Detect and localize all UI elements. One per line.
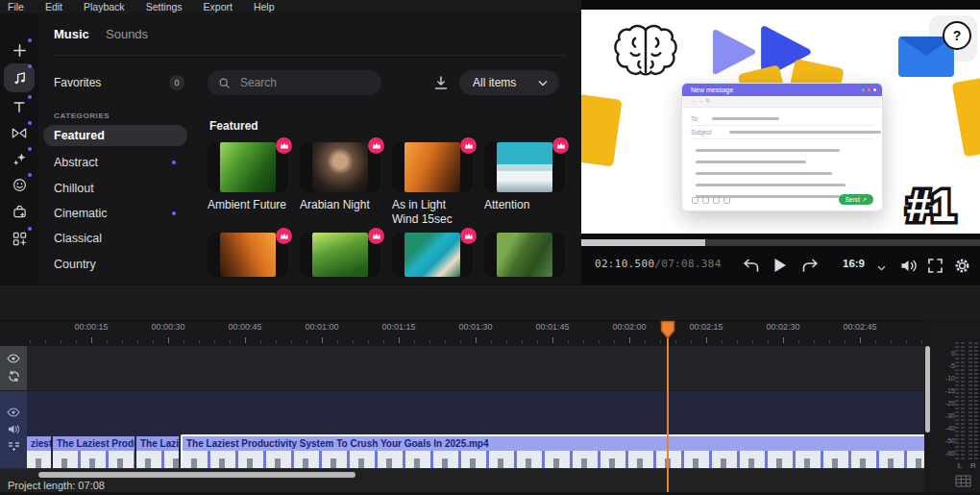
music-card-title: As in Light Wind 15sec bbox=[392, 198, 473, 227]
playhead-handle[interactable] bbox=[660, 320, 675, 339]
premium-crown-badge bbox=[460, 137, 477, 154]
download-icon[interactable] bbox=[432, 75, 452, 92]
music-card-title: Attention bbox=[484, 198, 565, 212]
ruler-label: 00:02:00 bbox=[600, 322, 658, 332]
category-item-classical[interactable]: Classical bbox=[43, 228, 187, 249]
db-label: -50 bbox=[932, 437, 955, 444]
ruler-minor-tick bbox=[768, 340, 769, 343]
meter-right-channel bbox=[968, 342, 978, 459]
linked-clip-icon[interactable] bbox=[8, 441, 20, 452]
category-item-country[interactable]: Country bbox=[43, 254, 187, 275]
ruler-minor-tick bbox=[214, 340, 215, 343]
menu-item-playback[interactable]: Playback bbox=[84, 1, 125, 12]
tab-music[interactable]: Music bbox=[54, 27, 89, 41]
menu-item-edit[interactable]: Edit bbox=[45, 1, 62, 12]
ruler-minor-tick bbox=[306, 340, 307, 343]
ruler-minor-tick bbox=[921, 340, 922, 343]
sidebar-item-portrait[interactable] bbox=[4, 199, 35, 224]
music-card[interactable]: As in Light Wind 15sec bbox=[392, 142, 473, 227]
ruler-minor-tick bbox=[184, 340, 184, 343]
timeline-ruler[interactable]: 00:00:1500:00:3000:00:4500:01:0000:01:15… bbox=[27, 319, 924, 346]
ruler-minor-tick bbox=[752, 340, 753, 343]
sidebar-item-effects[interactable] bbox=[4, 146, 35, 171]
playhead-line[interactable] bbox=[667, 337, 669, 492]
music-card[interactable]: Arabian Night bbox=[300, 142, 380, 227]
timeline-vertical-scrollbar[interactable] bbox=[925, 346, 930, 433]
preview-seekbar[interactable] bbox=[581, 239, 980, 246]
speaker-icon[interactable] bbox=[8, 424, 20, 434]
category-item-featured[interactable]: Featured bbox=[43, 125, 187, 146]
ruler-label: 00:01:45 bbox=[524, 322, 581, 332]
ruler-major-tick bbox=[322, 337, 323, 343]
ruler-minor-tick bbox=[276, 340, 277, 343]
ruler-major-tick bbox=[168, 337, 169, 343]
link-clips-icon[interactable] bbox=[8, 370, 20, 383]
search-box[interactable] bbox=[208, 70, 381, 95]
tab-sounds[interactable]: Sounds bbox=[106, 27, 148, 41]
filter-dropdown[interactable]: All items bbox=[459, 70, 559, 95]
volume-icon[interactable] bbox=[897, 254, 920, 277]
premium-crown-badge bbox=[276, 228, 292, 244]
music-card[interactable] bbox=[300, 233, 380, 277]
ruler-minor-tick bbox=[61, 340, 61, 343]
ruler-minor-tick bbox=[137, 340, 138, 343]
skip-back-icon[interactable] bbox=[739, 254, 762, 277]
menu-item-export[interactable]: Export bbox=[204, 1, 233, 12]
category-item-cinematic[interactable]: Cinematic bbox=[43, 203, 187, 224]
favorites-label: Favorites bbox=[54, 76, 101, 89]
ruler-major-tick bbox=[629, 337, 630, 343]
music-card[interactable] bbox=[392, 233, 473, 277]
ruler-minor-tick bbox=[506, 340, 507, 343]
eye-icon[interactable] bbox=[7, 408, 20, 417]
category-item-abstract[interactable]: Abstract bbox=[43, 152, 187, 173]
db-label: -60 bbox=[932, 450, 955, 457]
music-card[interactable] bbox=[484, 233, 565, 277]
new-content-dot bbox=[28, 95, 32, 99]
email-window-title: New message bbox=[691, 87, 733, 93]
music-card[interactable] bbox=[208, 233, 288, 277]
audio-meters-panel: 0-5-10-15-20-30-40-50-60LR bbox=[924, 319, 980, 495]
ruler-minor-tick bbox=[30, 340, 31, 343]
transitions-icon bbox=[12, 127, 27, 139]
premium-crown-badge bbox=[460, 228, 477, 244]
sidebar-item-import[interactable] bbox=[4, 37, 35, 62]
play-button-icon[interactable] bbox=[769, 254, 792, 277]
ruler-minor-tick bbox=[291, 340, 292, 343]
skip-forward-icon[interactable] bbox=[798, 254, 821, 277]
category-item-chillout[interactable]: Chillout bbox=[43, 178, 187, 199]
ruler-minor-tick bbox=[814, 340, 815, 343]
sidebar-item-transitions[interactable] bbox=[4, 120, 35, 145]
menu-item-file[interactable]: File bbox=[8, 1, 24, 12]
sidebar-item-more-tools[interactable] bbox=[4, 226, 35, 251]
ruler-minor-tick bbox=[722, 340, 723, 343]
gear-icon[interactable] bbox=[950, 254, 973, 277]
clip-title: The Lazie bbox=[136, 436, 179, 451]
favorites-row[interactable]: Favorites 0 bbox=[44, 73, 188, 92]
ruler-minor-tick bbox=[645, 340, 646, 343]
timeline-toolbar: cc Export bbox=[0, 285, 980, 321]
section-heading: Featured bbox=[209, 119, 258, 133]
ruler-label: 00:01:00 bbox=[293, 322, 351, 332]
track-overlay bbox=[0, 346, 924, 390]
sidebar-item-stickers[interactable] bbox=[4, 172, 35, 197]
music-card[interactable]: Ambient Future bbox=[208, 142, 288, 227]
sidebar-item-titles[interactable] bbox=[4, 94, 35, 119]
yellow-envelope-graphic bbox=[581, 92, 623, 166]
ruler-minor-tick bbox=[337, 340, 338, 343]
text-icon bbox=[12, 100, 26, 113]
fullscreen-icon[interactable] bbox=[923, 254, 946, 277]
sidebar-item-audio[interactable] bbox=[4, 63, 35, 92]
db-label: -5 bbox=[932, 362, 955, 369]
ruler-minor-tick bbox=[445, 340, 446, 343]
eye-icon[interactable] bbox=[7, 354, 20, 363]
chevron-down-icon[interactable] bbox=[870, 257, 893, 280]
aspect-ratio-value[interactable]: 16:9 bbox=[843, 258, 865, 269]
search-input[interactable] bbox=[238, 75, 367, 90]
music-card[interactable]: Attention bbox=[484, 142, 565, 227]
timeline-horizontal-scrollbar[interactable] bbox=[38, 472, 355, 478]
menu-item-help[interactable]: Help bbox=[254, 1, 275, 12]
preview-panel: ? New message ← → ↻ To Subject bbox=[581, 0, 980, 285]
mixer-grid-icon[interactable] bbox=[955, 475, 971, 487]
ruler-minor-tick bbox=[429, 340, 430, 343]
menu-item-settings[interactable]: Settings bbox=[146, 1, 183, 12]
